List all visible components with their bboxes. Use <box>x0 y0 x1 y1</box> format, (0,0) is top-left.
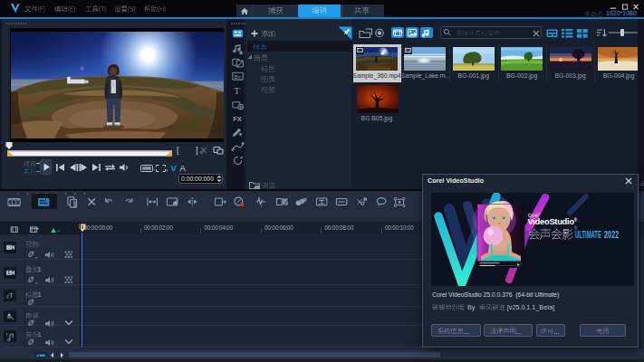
svg-text:1: 1 <box>7 271 10 275</box>
svg-text:Bn: Bn <box>235 74 241 80</box>
svg-text:T: T <box>9 293 14 300</box>
svg-text:FX: FX <box>233 115 242 123</box>
svg-text:T: T <box>234 86 240 96</box>
